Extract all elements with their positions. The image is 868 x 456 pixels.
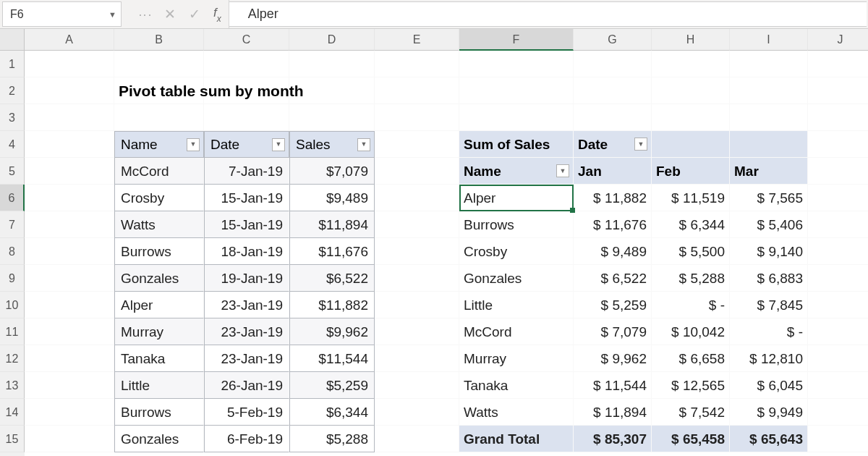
row-header-14[interactable]: 14 <box>0 399 25 426</box>
pivot-row-name: Tanaka <box>459 372 574 399</box>
col-header-i[interactable]: I <box>730 29 808 51</box>
pivot-value: $ 11,544 <box>574 372 652 399</box>
col-header-a[interactable]: A <box>25 29 114 51</box>
pivot-value: $ 7,845 <box>730 292 808 318</box>
chevron-down-icon[interactable]: ▼ <box>109 10 116 19</box>
column-headers: ABCDEFGHIJ <box>25 29 868 51</box>
row-header-8[interactable]: 8 <box>0 238 25 265</box>
filter-dropdown-icon[interactable]: ▼ <box>634 138 647 151</box>
cells-area[interactable]: Pivot table sum by month Name▼ Date▼ Sal… <box>25 51 868 452</box>
pivot-row-name: Little <box>459 292 574 318</box>
pivot-value: $ 6,883 <box>730 265 808 292</box>
table-row: Alper <box>114 292 204 318</box>
pivot-value: $ 12,565 <box>652 372 730 399</box>
col-header-b[interactable]: B <box>114 29 204 51</box>
src-header-date[interactable]: Date▼ <box>204 131 289 158</box>
pivot-measure-label: Sum of Sales <box>459 131 574 158</box>
worksheet: 123456789101112131415 ABCDEFGHIJ Pivot t… <box>0 29 868 456</box>
row-header-2[interactable]: 2 <box>0 77 25 104</box>
insert-function-icon[interactable]: fx <box>213 6 221 22</box>
pivot-value: $ 9,140 <box>730 238 808 265</box>
row-header-12[interactable]: 12 <box>0 345 25 372</box>
col-header-c[interactable]: C <box>204 29 289 51</box>
name-box[interactable]: F6 ▼ <box>2 1 122 27</box>
formula-bar: F6 ▼ ⋮ ✕ ✓ fx Alper <box>0 0 868 29</box>
pivot-row-name: McCord <box>459 318 574 345</box>
col-header-f[interactable]: F <box>459 29 574 51</box>
pivot-row-name: Watts <box>459 399 574 426</box>
row-header-4[interactable]: 4 <box>0 131 25 158</box>
table-row: Murray <box>114 318 204 345</box>
col-header-g[interactable]: G <box>574 29 652 51</box>
pivot-grand-total-value: $ 85,307 <box>574 426 652 452</box>
col-header-j[interactable]: J <box>808 29 868 51</box>
pivot-row-name: Gonzales <box>459 265 574 292</box>
pivot-grand-total-value: $ 65,643 <box>730 426 808 452</box>
filter-dropdown-icon[interactable]: ▼ <box>272 138 285 151</box>
filter-dropdown-icon[interactable]: ▼ <box>357 138 370 151</box>
row-header-5[interactable]: 5 <box>0 158 25 185</box>
table-row: Gonzales <box>114 426 204 452</box>
row-header-13[interactable]: 13 <box>0 372 25 399</box>
pivot-value: $ 7,565 <box>730 185 808 211</box>
pivot-value: $ 7,079 <box>574 318 652 345</box>
row-header-15[interactable]: 15 <box>0 426 25 452</box>
table-row: Tanaka <box>114 345 204 372</box>
row-header-gutter: 123456789101112131415 <box>0 29 25 456</box>
pivot-value: $ 5,500 <box>652 238 730 265</box>
pivot-row-name: Crosby <box>459 238 574 265</box>
table-row: Watts <box>114 211 204 238</box>
pivot-value: $ 12,810 <box>730 345 808 372</box>
formula-bar-icons: ⋮ ✕ ✓ fx <box>124 0 229 28</box>
pivot-row-field[interactable]: Name▼ <box>459 158 574 185</box>
pivot-value: $ 9,489 <box>574 238 652 265</box>
pivot-value: $ 11,894 <box>574 399 652 426</box>
pivot-value: $ 9,949 <box>730 399 808 426</box>
pivot-row-name: Murray <box>459 345 574 372</box>
table-row: Gonzales <box>114 265 204 292</box>
enter-icon[interactable]: ✓ <box>189 6 200 22</box>
filter-dropdown-icon[interactable]: ▼ <box>187 138 200 151</box>
pivot-value: $ 5,406 <box>730 211 808 238</box>
pivot-col-mar: Mar <box>730 158 808 185</box>
pivot-value: $ 5,259 <box>574 292 652 318</box>
col-header-e[interactable]: E <box>375 29 459 51</box>
pivot-value: $ 9,962 <box>574 345 652 372</box>
pivot-col-jan: Jan <box>574 158 652 185</box>
src-header-name[interactable]: Name▼ <box>114 131 204 158</box>
more-icon: ⋮ <box>137 9 153 20</box>
row-header-9[interactable]: 9 <box>0 265 25 292</box>
filter-dropdown-icon[interactable]: ▼ <box>556 164 569 177</box>
pivot-row-name: Alper <box>459 185 574 211</box>
pivot-value: $ 11,519 <box>652 185 730 211</box>
select-all-corner[interactable] <box>0 29 25 51</box>
table-row: Burrows <box>114 399 204 426</box>
row-header-7[interactable]: 7 <box>0 211 25 238</box>
pivot-value: $ 11,676 <box>574 211 652 238</box>
row-header-11[interactable]: 11 <box>0 318 25 345</box>
formula-input[interactable]: Alper <box>229 1 867 27</box>
pivot-value: $ - <box>730 318 808 345</box>
pivot-grand-total-value: $ 65,458 <box>652 426 730 452</box>
src-header-sales[interactable]: Sales▼ <box>289 131 375 158</box>
col-header-d[interactable]: D <box>289 29 375 51</box>
pivot-grand-total-label: Grand Total <box>459 426 574 452</box>
table-row: Crosby <box>114 185 204 211</box>
table-row: Burrows <box>114 238 204 265</box>
pivot-value: $ 7,542 <box>652 399 730 426</box>
pivot-col-field[interactable]: Date▼ <box>574 131 652 158</box>
pivot-value: $ 6,045 <box>730 372 808 399</box>
row-header-6[interactable]: 6 <box>0 185 25 211</box>
row-header-1[interactable]: 1 <box>0 51 25 77</box>
pivot-value: $ 5,288 <box>652 265 730 292</box>
row-header-10[interactable]: 10 <box>0 292 25 318</box>
pivot-value: $ - <box>652 292 730 318</box>
pivot-value: $ 11,882 <box>574 185 652 211</box>
page-title: Pivot table sum by month <box>114 77 204 104</box>
cancel-icon[interactable]: ✕ <box>164 6 176 22</box>
col-header-h[interactable]: H <box>652 29 730 51</box>
pivot-value: $ 6,522 <box>574 265 652 292</box>
pivot-col-feb: Feb <box>652 158 730 185</box>
pivot-value: $ 6,344 <box>652 211 730 238</box>
row-header-3[interactable]: 3 <box>0 104 25 131</box>
